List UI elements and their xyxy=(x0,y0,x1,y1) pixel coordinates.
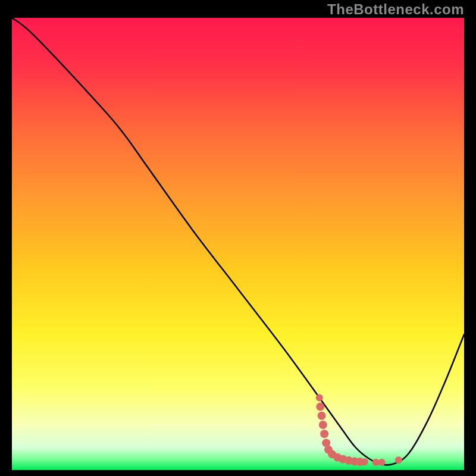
highlight-point xyxy=(318,412,326,420)
highlight-point xyxy=(361,458,368,465)
highlight-point xyxy=(320,430,328,438)
highlight-point xyxy=(395,456,402,464)
highlight-point xyxy=(319,421,327,429)
highlight-point xyxy=(316,403,324,411)
highlight-point xyxy=(316,394,323,401)
watermark-text: TheBottleneck.com xyxy=(327,1,464,18)
highlight-point xyxy=(378,459,386,466)
chart-svg xyxy=(12,18,464,470)
gradient-fill xyxy=(12,18,464,470)
chart-frame xyxy=(12,18,464,470)
